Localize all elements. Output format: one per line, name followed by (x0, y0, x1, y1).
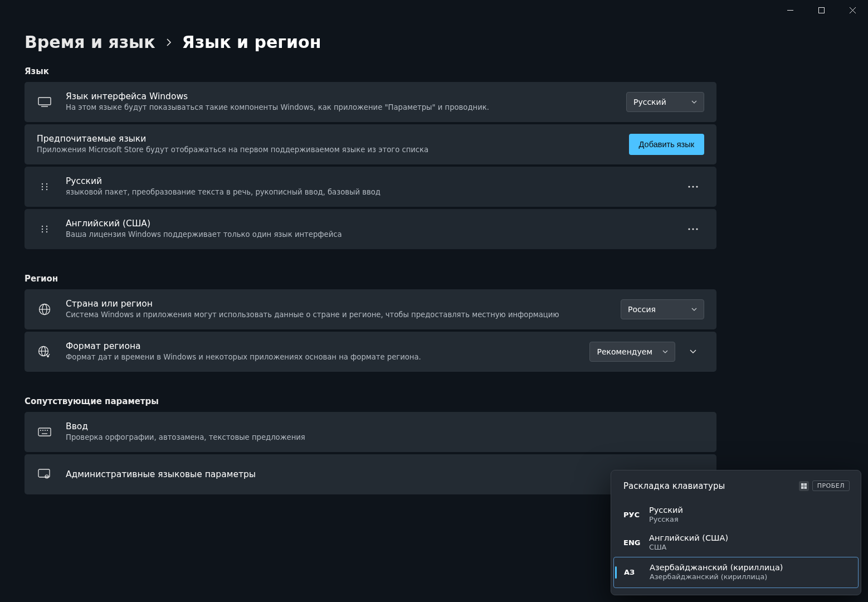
add-language-label: Добавить язык (639, 140, 694, 149)
minimize-button[interactable] (774, 0, 806, 20)
window-controls (774, 0, 868, 20)
svg-rect-1 (818, 7, 824, 13)
preferred-desc: Приложения Microsoft Store будут отображ… (37, 145, 629, 155)
section-label-language: Язык (25, 66, 716, 76)
svg-point-18 (46, 229, 47, 230)
kb-lang-sub: США (649, 543, 728, 551)
kb-lang-sub: Русская (649, 515, 683, 523)
language-name: Русский (66, 176, 682, 186)
region-format-select[interactable]: Рекомендуем (589, 342, 675, 362)
kb-layout-item[interactable]: ENG Английский (США) США (611, 529, 861, 557)
kb-abbr: ENG (623, 538, 649, 547)
svg-point-8 (42, 186, 43, 187)
country-value: Россия (628, 305, 656, 314)
kb-abbr: АЗ (624, 568, 650, 576)
svg-rect-38 (804, 483, 807, 486)
monitor-icon (37, 94, 52, 110)
svg-rect-39 (801, 486, 804, 489)
page-title: Язык и регион (182, 32, 321, 52)
keyboard-icon (37, 424, 52, 440)
language-features: Ваша лицензия Windows поддерживает тольк… (66, 230, 682, 240)
svg-point-22 (692, 228, 694, 230)
svg-point-17 (42, 229, 43, 230)
maximize-button[interactable] (806, 0, 837, 20)
windows-key-icon (799, 481, 809, 491)
svg-point-10 (42, 189, 43, 190)
keyboard-layout-flyout: Раскладка клавиатуры ПРОБЕЛ РУС Русский … (611, 470, 861, 595)
admin-title: Административные языковые параметры (66, 469, 704, 479)
kb-lang-name: Азербайджанский (кириллица) (650, 563, 783, 572)
more-options-button[interactable] (682, 177, 704, 197)
typing-card[interactable]: Ввод Проверка орфографии, автозамена, те… (25, 412, 716, 452)
svg-rect-30 (38, 428, 51, 436)
kb-layout-item-selected[interactable]: АЗ Азербайджанский (кириллица) Азербайдж… (613, 557, 859, 588)
svg-point-13 (692, 186, 694, 187)
globe-icon (37, 302, 52, 317)
drag-handle-icon[interactable] (37, 221, 52, 237)
svg-point-21 (688, 228, 690, 230)
kb-lang-name: Английский (США) (649, 533, 728, 542)
region-format-desc: Формат дат и времени в Windows и некотор… (66, 352, 589, 362)
svg-point-6 (42, 183, 43, 185)
drag-handle-icon[interactable] (37, 179, 52, 195)
language-item[interactable]: Русский языковой пакет, преобразование т… (25, 167, 716, 207)
chevron-down-icon (691, 100, 697, 104)
close-button[interactable] (837, 0, 868, 20)
display-language-card: Язык интерфейса Windows На этом языке бу… (25, 82, 716, 122)
typing-desc: Проверка орфографии, автозамена, текстов… (66, 433, 704, 443)
region-format-value: Рекомендуем (597, 347, 652, 356)
display-language-desc: На этом языке будут показываться такие к… (66, 103, 626, 113)
language-features: языковой пакет, преобразование текста в … (66, 187, 682, 197)
svg-point-11 (46, 189, 47, 190)
section-label-related: Сопутствующие параметры (25, 396, 716, 406)
breadcrumb: Время и язык Язык и регион (25, 32, 716, 52)
display-language-title: Язык интерфейса Windows (66, 91, 626, 101)
kb-lang-name: Русский (649, 506, 683, 514)
svg-rect-36 (38, 469, 50, 477)
preferred-languages-card: Предпочитаемые языки Приложения Microsof… (25, 124, 716, 164)
section-label-region: Регион (25, 274, 716, 284)
svg-point-16 (46, 226, 47, 227)
country-card: Страна или регион Система Windows и прил… (25, 289, 716, 329)
svg-point-12 (688, 186, 690, 187)
display-language-value: Русский (633, 98, 666, 106)
preferred-title: Предпочитаемые языки (37, 134, 629, 144)
kb-lang-sub: Азербайджанский (кириллица) (650, 572, 783, 581)
svg-point-14 (696, 186, 698, 187)
kb-layout-item[interactable]: РУС Русский Русская (611, 501, 861, 529)
more-options-button[interactable] (682, 219, 704, 239)
kb-abbr: РУС (623, 511, 649, 519)
svg-point-20 (46, 231, 47, 232)
svg-point-15 (42, 226, 43, 227)
svg-point-9 (46, 186, 47, 187)
language-item[interactable]: Английский (США) Ваша лицензия Windows п… (25, 209, 716, 249)
svg-rect-4 (38, 98, 51, 105)
chevron-down-icon (662, 350, 668, 354)
svg-rect-37 (801, 483, 804, 486)
chevron-down-icon (691, 308, 697, 312)
region-format-card[interactable]: Формат региона Формат дат и времени в Wi… (25, 332, 716, 372)
typing-title: Ввод (66, 421, 704, 431)
chevron-right-icon (165, 38, 172, 47)
expand-chevron[interactable] (682, 342, 704, 362)
language-name: Английский (США) (66, 219, 682, 229)
svg-rect-40 (804, 486, 807, 489)
country-title: Страна или регион (66, 299, 621, 309)
svg-point-7 (46, 183, 47, 185)
country-desc: Система Windows и приложения могут испол… (66, 310, 621, 320)
kb-flyout-title: Раскладка клавиатуры (623, 481, 725, 491)
admin-language-icon (37, 467, 52, 482)
svg-point-19 (42, 231, 43, 232)
kb-shortcut: ПРОБЕЛ (799, 480, 850, 491)
svg-point-23 (696, 228, 698, 230)
globe-language-icon (37, 344, 52, 360)
add-language-button[interactable]: Добавить язык (629, 134, 704, 155)
display-language-select[interactable]: Русский (626, 92, 704, 112)
breadcrumb-parent[interactable]: Время и язык (25, 32, 155, 52)
country-select[interactable]: Россия (621, 299, 704, 319)
region-format-title: Формат региона (66, 341, 589, 351)
space-key-label: ПРОБЕЛ (812, 480, 850, 491)
